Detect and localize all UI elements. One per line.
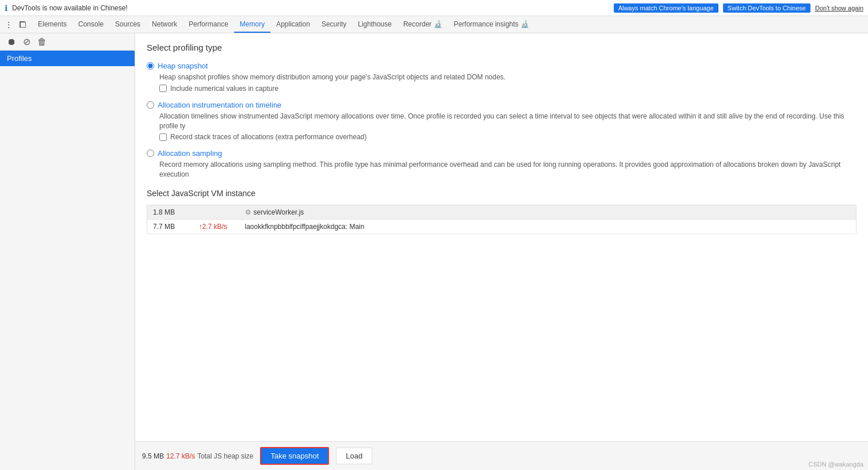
device-toggle-icon[interactable]: ⧠: [16, 19, 29, 30]
vm-instance-table: 1.8 MB⚙serviceWorker.js7.7 MB↑2.7 kB/sla…: [147, 205, 856, 234]
vm-name: laookkfknpbbblfpciffpaejjkokdgca: Main: [239, 219, 856, 234]
sidebar-toolbar: ⏺ ⊘ 🗑: [0, 33, 135, 51]
tab-network[interactable]: Network: [146, 17, 183, 33]
sidebar-item-profiles[interactable]: Profiles: [0, 51, 135, 66]
service-worker-icon: ⚙: [245, 208, 251, 216]
tab-sources[interactable]: Sources: [109, 17, 146, 33]
vm-rate: [193, 205, 239, 219]
include-numerical-checkbox[interactable]: [159, 85, 167, 92]
record-stack-traces-checkbox[interactable]: [159, 133, 167, 141]
watermark: CSDN @wakangda: [808, 461, 863, 468]
vm-size: 7.7 MB: [147, 219, 193, 234]
vm-name: ⚙serviceWorker.js: [239, 205, 856, 219]
total-rate: 12.7 kB/s: [166, 452, 195, 460]
info-icon: ℹ: [5, 3, 7, 13]
allocation-sampling-label[interactable]: Allocation sampling: [158, 149, 222, 158]
vm-section: Select JavaScript VM instance 1.8 MB⚙ser…: [147, 189, 856, 234]
stop-button[interactable]: ⊘: [21, 36, 33, 48]
record-stack-traces-label[interactable]: Record stack traces of allocations (extr…: [170, 133, 367, 141]
vm-section-title: Select JavaScript VM instance: [147, 189, 856, 198]
tab-memory[interactable]: Memory: [234, 17, 270, 33]
vm-rate: ↑2.7 kB/s: [193, 219, 239, 234]
notification-bar: ℹ DevTools is now available in Chinese! …: [0, 0, 868, 16]
dont-show-again-button[interactable]: Don't show again: [815, 5, 863, 12]
tab-performance-insights[interactable]: Performance insights 🔬: [448, 17, 535, 33]
record-button[interactable]: ⏺: [5, 36, 18, 48]
bottom-bar: 9.5 MB 12.7 kB/s Total JS heap size Take…: [135, 441, 868, 470]
switch-devtools-button[interactable]: Switch DevTools to Chinese: [723, 3, 810, 13]
stack-traces-row: Record stack traces of allocations (extr…: [159, 133, 856, 141]
tab-icon-group: ⋮ ⧠: [2, 19, 29, 30]
main-layout: ⏺ ⊘ 🗑 Profiles Select profiling type Hea…: [0, 33, 868, 470]
total-size: 9.5 MB: [142, 452, 164, 460]
allocation-sampling-radio[interactable]: [147, 150, 154, 157]
sidebar: ⏺ ⊘ 🗑 Profiles: [0, 33, 135, 470]
customize-icon[interactable]: ⋮: [2, 19, 15, 30]
include-numerical-label[interactable]: Include numerical values in capture: [170, 85, 278, 93]
total-label: Total JS heap size: [197, 452, 253, 460]
vm-instance-row[interactable]: 1.8 MB⚙serviceWorker.js: [147, 205, 856, 219]
vm-instance-row[interactable]: 7.7 MB↑2.7 kB/slaookkfknpbbblfpciffpaejj…: [147, 219, 856, 234]
total-stats: 9.5 MB 12.7 kB/s Total JS heap size: [142, 452, 253, 460]
tab-application[interactable]: Application: [270, 17, 316, 33]
tab-lighthouse[interactable]: Lighthouse: [352, 17, 397, 33]
content-area: Select profiling type Heap snapshot Heap…: [135, 33, 868, 470]
load-button[interactable]: Load: [336, 448, 372, 464]
allocation-instrumentation-option: Allocation instrumentation on timeline A…: [147, 101, 856, 142]
clear-button[interactable]: 🗑: [35, 36, 49, 48]
allocation-instrumentation-desc: Allocation timelines show instrumented J…: [159, 112, 856, 131]
tab-security[interactable]: Security: [316, 17, 352, 33]
allocation-instrumentation-radio[interactable]: [147, 101, 154, 109]
tab-console[interactable]: Console: [72, 17, 109, 33]
allocation-instrumentation-label[interactable]: Allocation instrumentation on timeline: [158, 101, 281, 109]
take-snapshot-button[interactable]: Take snapshot: [260, 447, 329, 465]
tab-performance[interactable]: Performance: [183, 17, 234, 33]
vm-size: 1.8 MB: [147, 205, 193, 219]
notification-text: DevTools is now available in Chinese!: [12, 4, 609, 12]
heap-snapshot-desc: Heap snapshot profiles show memory distr…: [159, 72, 856, 82]
select-profiling-title: Select profiling type: [147, 43, 856, 52]
tab-recorder[interactable]: Recorder 🔬: [397, 17, 448, 33]
allocation-sampling-desc: Record memory allocations using sampling…: [159, 160, 856, 179]
heap-snapshot-option: Heap snapshot Heap snapshot profiles sho…: [147, 62, 856, 93]
numerical-values-row: Include numerical values in capture: [159, 85, 856, 93]
heap-snapshot-radio[interactable]: [147, 62, 154, 70]
devtools-tab-bar: ⋮ ⧠ ElementsConsoleSourcesNetworkPerform…: [0, 16, 868, 33]
match-language-button[interactable]: Always match Chrome's language: [614, 3, 718, 13]
tab-elements[interactable]: Elements: [32, 17, 72, 33]
heap-snapshot-label[interactable]: Heap snapshot: [158, 62, 208, 70]
allocation-sampling-option: Allocation sampling Record memory alloca…: [147, 149, 856, 179]
